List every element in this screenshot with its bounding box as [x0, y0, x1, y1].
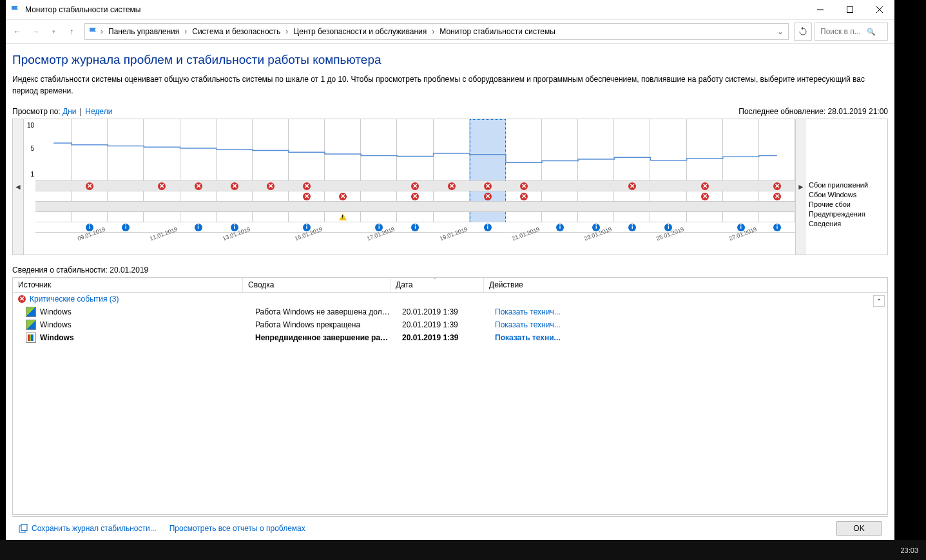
show-details-link[interactable]: Показать технич... — [495, 320, 561, 329]
group-label[interactable]: Критические события (3) — [30, 294, 119, 304]
svg-rect-5 — [21, 525, 27, 531]
warning-icon — [339, 213, 347, 220]
nav-toolbar: ← → ▾ ↑ › Панель управления › Система и … — [6, 20, 894, 44]
last-update-label: Последнее обновление: 28.01.2019 21:00 — [738, 107, 888, 116]
summary-text: Работа Windows прекращена — [250, 320, 397, 329]
view-weeks-link[interactable]: Недели — [85, 107, 112, 116]
minimize-button[interactable] — [805, 0, 835, 19]
col-summary[interactable]: Сводка — [243, 278, 391, 292]
error-icon: ✕ — [773, 182, 781, 190]
info-icon: i — [773, 224, 781, 231]
error-icon: ✕ — [701, 193, 709, 200]
error-icon: ✕ — [484, 182, 492, 190]
chart-legend: Сбои приложений Сбои Windows Прочие сбои… — [806, 119, 887, 255]
view-by: Просмотр по: Дни | Недели — [12, 107, 112, 116]
legend-windows-failures: Сбои Windows — [809, 190, 887, 200]
error-icon: ✕ — [18, 295, 26, 303]
back-button[interactable]: ← — [10, 24, 25, 39]
recent-dropdown[interactable]: ▾ — [46, 24, 61, 39]
show-details-link[interactable]: Показать техни... — [495, 333, 561, 342]
sort-indicator-icon: ⌃ — [432, 277, 437, 283]
date-text: 20.01.2019 1:39 — [397, 307, 490, 316]
details-date-label: Сведения о стабильности: 20.01.2019 — [12, 266, 888, 275]
info-icon: i — [556, 224, 564, 231]
breadcrumb-bar[interactable]: › Панель управления › Система и безопасн… — [84, 23, 789, 40]
window-title: Монитор стабильности системы — [25, 5, 805, 14]
error-icon: ✕ — [520, 193, 528, 200]
reliability-monitor-window: Монитор стабильности системы ← → ▾ ↑ › П… — [6, 0, 894, 540]
collapse-group-button[interactable]: ⌃ — [873, 295, 885, 307]
info-icon: i — [484, 224, 492, 231]
col-action[interactable]: Действие — [484, 278, 887, 292]
info-icon: i — [411, 224, 419, 231]
taskbar-clock: 23:03 — [900, 546, 918, 554]
col-source[interactable]: Источник — [13, 278, 243, 292]
save-history-link[interactable]: Сохранить журнал стабильности... — [19, 524, 157, 533]
legend-misc-failures: Прочие сбои — [809, 200, 887, 209]
forward-button[interactable]: → — [28, 24, 43, 39]
error-icon: ✕ — [339, 193, 347, 200]
search-input[interactable] — [819, 26, 867, 37]
svg-rect-1 — [847, 7, 853, 13]
error-icon: ✕ — [520, 182, 528, 190]
breadcrumb-item[interactable]: Центр безопасности и обслуживания — [291, 26, 429, 37]
error-icon: ✕ — [303, 182, 311, 190]
chevron-right-icon: › — [99, 27, 104, 36]
view-controls-row: Просмотр по: Дни | Недели Последнее обно… — [12, 107, 888, 116]
error-icon: ✕ — [773, 193, 781, 200]
error-icon: ✕ — [267, 182, 275, 190]
error-icon: ✕ — [195, 182, 202, 190]
detail-row[interactable]: WindowsНепредвиденное завершение рабо...… — [13, 331, 887, 344]
reliability-chart: ◄ 1051✕✕✕✕✕✕✕✕✕✕✕✕✕✕✕✕✕✕✕✕iiiiiiiiiiiiii… — [12, 119, 888, 255]
windows-icon — [26, 320, 36, 330]
error-icon: ✕ — [231, 182, 238, 190]
view-days-link[interactable]: Дни — [63, 107, 76, 116]
date-text: 20.01.2019 1:39 — [397, 333, 490, 342]
error-icon: ✕ — [411, 182, 419, 190]
group-critical-events[interactable]: ✕ Критические события (3) — [13, 293, 887, 305]
detail-row[interactable]: WindowsРабота Windows прекращена20.01.20… — [13, 318, 887, 331]
page-title: Просмотр журнала проблем и стабильности … — [12, 53, 888, 67]
search-icon: 🔍 — [867, 28, 876, 36]
col-date[interactable]: Дата⌃ — [391, 278, 484, 292]
refresh-icon — [798, 27, 807, 36]
scroll-right-button[interactable]: ► — [795, 119, 806, 255]
summary-text: Работа Windows не завершена должн... — [250, 307, 397, 316]
details-table-body: ⌃ ✕ Критические события (3) WindowsРабот… — [12, 293, 888, 515]
details-table-header: Источник Сводка Дата⌃ Действие — [12, 277, 888, 293]
info-icon: i — [628, 224, 636, 231]
titlebar: Монитор стабильности системы — [6, 0, 894, 20]
windows-icon — [26, 307, 36, 317]
copy-icon — [19, 524, 28, 533]
error-icon: ✕ — [628, 182, 636, 190]
error-icon: ✕ — [701, 182, 709, 190]
detail-row[interactable]: WindowsРабота Windows не завершена должн… — [13, 305, 887, 318]
scroll-left-button[interactable]: ◄ — [13, 119, 24, 255]
refresh-button[interactable] — [794, 23, 812, 41]
close-button[interactable] — [865, 0, 894, 19]
show-details-link[interactable]: Показать технич... — [495, 307, 561, 316]
view-all-reports-link[interactable]: Просмотреть все отчеты о проблемах — [169, 524, 305, 533]
info-icon: i — [195, 224, 202, 231]
taskbar[interactable]: 23:03 — [0, 540, 926, 560]
stability-line — [35, 119, 795, 180]
info-icon: i — [122, 224, 130, 231]
error-icon: ✕ — [86, 182, 93, 190]
chevron-right-icon: › — [430, 27, 436, 36]
breadcrumb-item[interactable]: Монитор стабильности системы — [437, 26, 558, 37]
ok-button[interactable]: OK — [836, 521, 882, 536]
error-icon: ✕ — [303, 193, 311, 200]
up-button[interactable]: ↑ — [64, 24, 79, 39]
view-by-label: Просмотр по: — [12, 107, 61, 116]
maximize-button[interactable] — [835, 0, 865, 19]
chart-canvas[interactable]: 1051✕✕✕✕✕✕✕✕✕✕✕✕✕✕✕✕✕✕✕✕iiiiiiiiiiiiii09… — [24, 119, 795, 255]
flag-icon — [10, 5, 20, 15]
breadcrumb-item[interactable]: Система и безопасность — [189, 26, 283, 37]
source-text: Windows — [40, 333, 74, 342]
error-icon: ✕ — [448, 182, 456, 190]
flag-icon — [88, 26, 98, 37]
chevron-down-icon[interactable]: ⌄ — [775, 27, 786, 36]
source-text: Windows — [40, 307, 72, 316]
breadcrumb-item[interactable]: Панель управления — [106, 26, 182, 37]
search-box[interactable]: 🔍 — [815, 23, 888, 41]
